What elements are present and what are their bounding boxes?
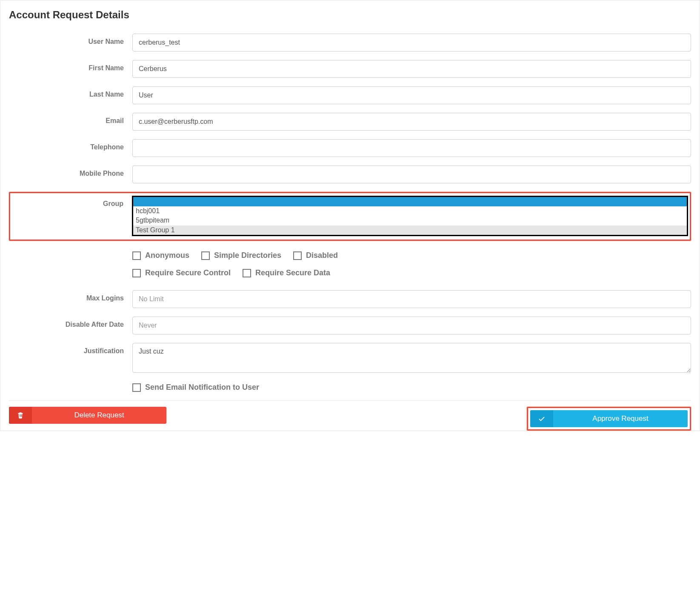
first-name-input[interactable] bbox=[132, 60, 691, 78]
disabled-label: Disabled bbox=[306, 251, 338, 260]
group-listbox[interactable]: hcbj001 5gtbpiteam Test Group 1 bbox=[132, 196, 688, 236]
account-request-panel: Account Request Details User Name First … bbox=[0, 0, 700, 431]
send-email-row: Send Email Notification to User bbox=[9, 383, 691, 392]
delete-request-label: Delete Request bbox=[32, 407, 166, 424]
user-name-label: User Name bbox=[9, 34, 132, 46]
mobile-phone-row: Mobile Phone bbox=[9, 166, 691, 183]
group-highlight-frame: Group hcbj001 5gtbpiteam Test Group 1 bbox=[9, 192, 691, 241]
simple-directories-checkbox[interactable]: Simple Directories bbox=[201, 251, 281, 260]
anonymous-checkbox[interactable]: Anonymous bbox=[132, 251, 189, 260]
first-name-row: First Name bbox=[9, 60, 691, 78]
approve-request-label: Approve Request bbox=[553, 410, 688, 427]
disabled-checkbox[interactable]: Disabled bbox=[293, 251, 338, 260]
approve-highlight-frame: Approve Request bbox=[527, 407, 691, 431]
max-logins-input[interactable] bbox=[132, 290, 691, 308]
checkbox-icon bbox=[293, 251, 302, 260]
send-email-notification-checkbox[interactable]: Send Email Notification to User bbox=[132, 383, 259, 392]
last-name-label: Last Name bbox=[9, 86, 132, 98]
user-name-input[interactable] bbox=[132, 34, 691, 51]
checkbox-icon bbox=[132, 383, 141, 392]
group-label: Group bbox=[12, 196, 132, 208]
check-icon bbox=[530, 410, 553, 427]
checkbox-row-2: Require Secure Control Require Secure Da… bbox=[9, 268, 691, 277]
justification-label: Justification bbox=[9, 343, 132, 355]
require-secure-data-checkbox[interactable]: Require Secure Data bbox=[243, 268, 330, 277]
max-logins-label: Max Logins bbox=[9, 290, 132, 302]
group-row: Group hcbj001 5gtbpiteam Test Group 1 bbox=[12, 196, 688, 236]
last-name-row: Last Name bbox=[9, 86, 691, 104]
simple-directories-label: Simple Directories bbox=[214, 251, 281, 260]
justification-row: Justification bbox=[9, 343, 691, 374]
mobile-phone-input[interactable] bbox=[132, 166, 691, 183]
send-email-notification-label: Send Email Notification to User bbox=[145, 383, 259, 392]
last-name-input[interactable] bbox=[132, 86, 691, 104]
user-name-row: User Name bbox=[9, 34, 691, 51]
checkbox-icon bbox=[243, 269, 251, 277]
checkbox-icon bbox=[201, 251, 210, 260]
approve-request-button[interactable]: Approve Request bbox=[530, 410, 688, 427]
trash-icon bbox=[9, 407, 32, 424]
page-title: Account Request Details bbox=[9, 9, 691, 21]
justification-input[interactable] bbox=[132, 343, 691, 373]
disable-after-row: Disable After Date bbox=[9, 317, 691, 334]
group-option-blank[interactable] bbox=[133, 197, 687, 206]
anonymous-label: Anonymous bbox=[145, 251, 189, 260]
telephone-label: Telephone bbox=[9, 139, 132, 151]
telephone-row: Telephone bbox=[9, 139, 691, 157]
max-logins-row: Max Logins bbox=[9, 290, 691, 308]
email-input[interactable] bbox=[132, 113, 691, 131]
checkbox-icon bbox=[132, 251, 141, 260]
checkbox-icon bbox=[132, 269, 141, 277]
actions-bar: Delete Request Approve Request bbox=[9, 400, 691, 431]
email-label: Email bbox=[9, 113, 132, 125]
group-option-hcbj001[interactable]: hcbj001 bbox=[133, 206, 687, 216]
telephone-input[interactable] bbox=[132, 139, 691, 157]
require-secure-data-label: Require Secure Data bbox=[255, 268, 330, 277]
disable-after-input[interactable] bbox=[132, 317, 691, 334]
disable-after-label: Disable After Date bbox=[9, 317, 132, 328]
require-secure-control-checkbox[interactable]: Require Secure Control bbox=[132, 268, 231, 277]
first-name-label: First Name bbox=[9, 60, 132, 72]
checkbox-row-1: Anonymous Simple Directories Disabled bbox=[9, 251, 691, 260]
group-option-test-group-1[interactable]: Test Group 1 bbox=[133, 226, 687, 235]
mobile-phone-label: Mobile Phone bbox=[9, 166, 132, 177]
delete-request-button[interactable]: Delete Request bbox=[9, 407, 166, 424]
require-secure-control-label: Require Secure Control bbox=[145, 268, 231, 277]
group-option-5gtbpiteam[interactable]: 5gtbpiteam bbox=[133, 216, 687, 225]
email-row: Email bbox=[9, 113, 691, 131]
